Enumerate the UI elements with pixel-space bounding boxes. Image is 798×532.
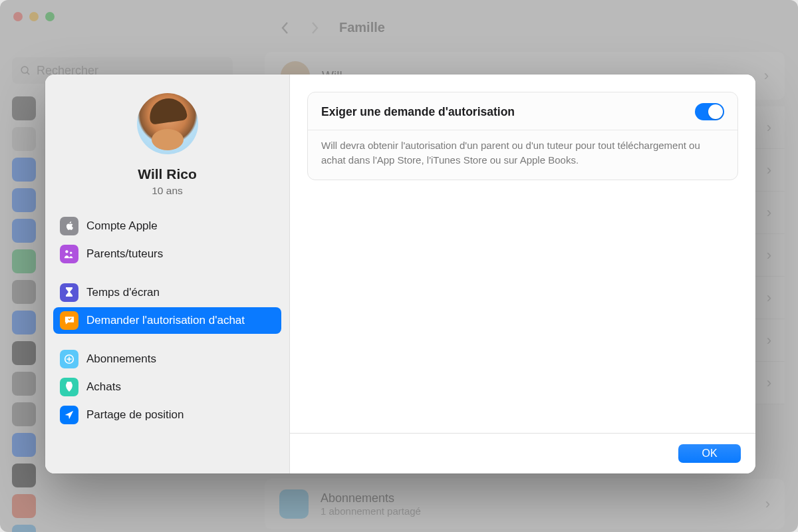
dialog-content: Exiger une demande d'autorisation Will d…	[290, 74, 755, 473]
dialog-menu: Compte Apple Parents/tuteurs Temps d'écr…	[53, 213, 281, 439]
sidebar-item-label: Parents/tuteurs	[86, 247, 163, 261]
setting-description: Will devra obtenir l'autorisation d'un p…	[308, 130, 737, 180]
speech-bubble-icon	[60, 311, 78, 330]
setting-header: Exiger une demande d'autorisation	[308, 92, 737, 130]
location-icon	[60, 406, 78, 424]
profile-name: Will Rico	[53, 166, 281, 182]
sidebar-item-parents[interactable]: Parents/tuteurs	[53, 241, 281, 267]
sidebar-item-label: Demander l'autorisation d'achat	[86, 314, 245, 327]
apple-icon	[60, 217, 78, 235]
sidebar-item-label: Compte Apple	[86, 219, 158, 233]
sidebar-item-label: Temps d'écran	[86, 286, 160, 299]
hourglass-icon	[60, 283, 78, 302]
sidebar-item-apple-account[interactable]: Compte Apple	[53, 213, 281, 239]
sidebar-item-label: Achats	[86, 380, 121, 394]
ok-button[interactable]: OK	[678, 444, 741, 463]
member-settings-dialog: Will Rico 10 ans Compte Apple Parents/tu…	[45, 74, 755, 473]
sidebar-item-screentime[interactable]: Temps d'écran	[53, 279, 281, 306]
avatar	[137, 93, 198, 154]
dialog-sidebar: Will Rico 10 ans Compte Apple Parents/tu…	[45, 74, 290, 473]
sidebar-item-location-sharing[interactable]: Partage de position	[53, 402, 281, 428]
sidebar-item-purchases[interactable]: Achats	[53, 374, 281, 400]
dialog-footer: OK	[290, 433, 755, 473]
sidebar-item-subscriptions[interactable]: Abonnements	[53, 346, 281, 372]
svg-point-2	[65, 250, 68, 253]
setting-card: Exiger une demande d'autorisation Will d…	[307, 92, 738, 180]
subscriptions-icon	[60, 350, 78, 368]
parents-icon	[60, 245, 78, 263]
require-authorization-toggle[interactable]	[695, 103, 724, 120]
sidebar-item-label: Partage de position	[86, 408, 184, 422]
profile-age: 10 ans	[53, 185, 281, 197]
purchases-icon	[60, 378, 78, 396]
sidebar-item-label: Abonnements	[86, 352, 156, 366]
setting-title: Exiger une demande d'autorisation	[321, 105, 515, 119]
profile-block: Will Rico 10 ans	[53, 93, 281, 197]
content-body: Exiger une demande d'autorisation Will d…	[290, 74, 755, 433]
sidebar-item-ask-to-buy[interactable]: Demander l'autorisation d'achat	[53, 307, 281, 334]
svg-point-3	[70, 252, 72, 254]
